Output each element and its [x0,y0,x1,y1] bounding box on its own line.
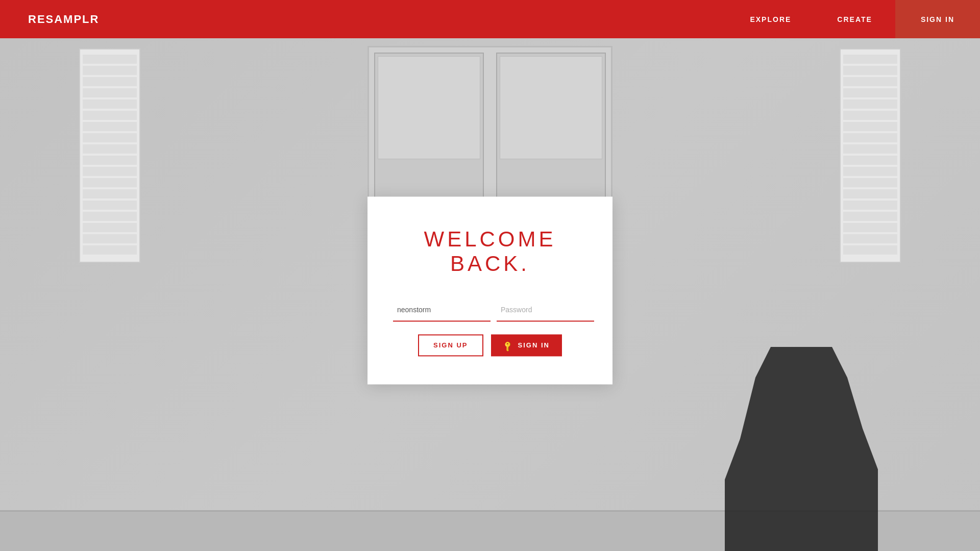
username-input[interactable] [393,299,491,321]
key-icon: 🔑 [502,339,514,352]
button-row: SIGN UP 🔑 SIGN IN [393,334,587,356]
password-input[interactable] [497,299,594,321]
nav-create[interactable]: CREATE [814,0,895,38]
nav: EXPLORE CREATE SIGN IN [727,0,980,38]
welcome-title: WELCOME BACK. [393,227,587,276]
login-card: WELCOME BACK. SIGN UP 🔑 SIGN IN [368,196,612,384]
form-row-credentials [393,299,587,321]
signin-label: SIGN IN [518,341,550,349]
header: RESAMPLR EXPLORE CREATE SIGN IN [0,0,980,38]
nav-explore[interactable]: EXPLORE [727,0,814,38]
logo[interactable]: RESAMPLR [28,13,727,26]
shutter-right [840,48,901,263]
shutter-left [79,48,140,263]
signup-button[interactable]: SIGN UP [418,334,483,356]
nav-signin[interactable]: SIGN IN [895,0,980,38]
signin-button[interactable]: 🔑 SIGN IN [491,334,562,356]
